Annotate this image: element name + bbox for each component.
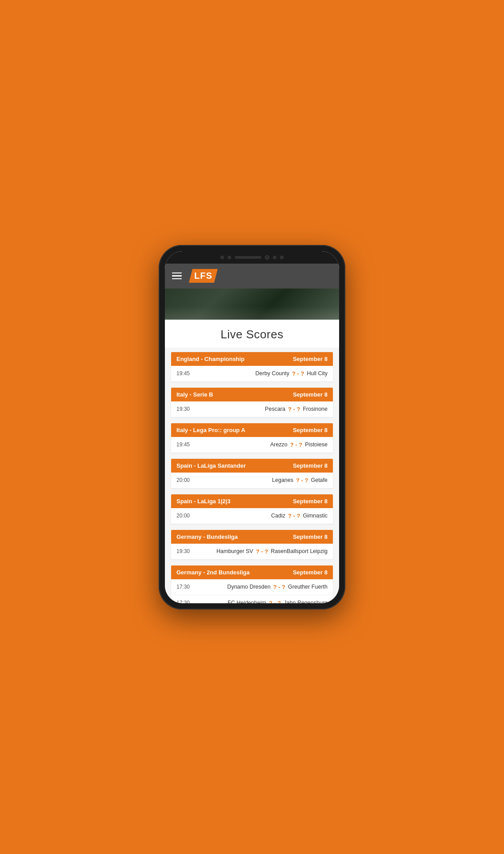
league-date-italy-lega-pro: September 8 [293, 427, 328, 433]
hero-banner [165, 289, 339, 320]
league-name-italy-lega-pro: Italy - Lega Pro:: group A [176, 427, 245, 433]
phone-screen: LFS Live Scores England - ChampionshipSe… [165, 251, 339, 603]
match-score-italy-serie-b-0: ? - ? [288, 406, 300, 413]
match-time-spain-laliga-santander-0: 20:00 [176, 477, 195, 483]
match-row-england-championship-0[interactable]: 19:45Derby County? - ?Hull City [171, 366, 333, 381]
speaker [235, 256, 261, 259]
match-time-germany-2nd-bundesliga-1: 17:30 [176, 600, 195, 603]
content-scroll-area[interactable]: Live Scores England - ChampionshipSeptem… [165, 320, 339, 603]
match-time-germany-2nd-bundesliga-0: 17:30 [176, 584, 195, 590]
team-away-england-championship-0: Hull City [307, 370, 328, 377]
front-camera [265, 255, 269, 260]
league-name-spain-laliga-123: Spain - LaLiga 1|2|3 [176, 498, 230, 505]
match-teams-germany-2nd-bundesliga-0: Dynamo Dresden? - ?Greuther Fuerth [195, 584, 328, 590]
match-teams-germany-2nd-bundesliga-1: FC Heidenheim? - ?Jahn Regensburg [195, 600, 328, 603]
match-time-italy-serie-b-0: 19:30 [176, 406, 195, 412]
team-away-spain-laliga-santander-0: Getafe [311, 477, 328, 483]
match-row-germany-bundesliga-0[interactable]: 19:30Hamburger SV? - ?RasenBallsport Lei… [171, 544, 333, 559]
match-row-spain-laliga-123-0[interactable]: 20:00Cadiz? - ?Gimnastic [171, 508, 333, 524]
match-teams-germany-bundesliga-0: Hamburger SV? - ?RasenBallsport Leipzig [195, 548, 328, 555]
team-away-italy-serie-b-0: Frosinone [303, 406, 328, 412]
match-score-germany-bundesliga-0: ? - ? [256, 548, 268, 555]
team-home-germany-2nd-bundesliga-0: Dynamo Dresden [227, 584, 270, 590]
league-date-germany-bundesliga: September 8 [293, 533, 328, 540]
match-time-italy-lega-pro-0: 19:45 [176, 441, 195, 448]
team-away-italy-lega-pro-0: Pistoiese [305, 441, 328, 448]
league-header-spain-laliga-santander[interactable]: Spain - LaLiga SantanderSeptember 8 [171, 459, 333, 473]
league-block-germany-2nd-bundesliga: Germany - 2nd BundesligaSeptember 817:30… [171, 565, 333, 603]
league-date-italy-serie-b: September 8 [293, 391, 328, 398]
match-time-england-championship-0: 19:45 [176, 370, 195, 377]
league-name-germany-bundesliga: Germany - Bundesliga [176, 533, 238, 540]
hamburger-menu-button[interactable] [172, 273, 182, 280]
team-home-germany-2nd-bundesliga-1: FC Heidenheim [228, 600, 266, 603]
phone-notch [165, 251, 339, 264]
league-name-germany-2nd-bundesliga: Germany - 2nd Bundesliga [176, 569, 250, 576]
hamburger-line-1 [172, 273, 182, 274]
league-date-germany-2nd-bundesliga: September 8 [293, 569, 328, 576]
match-row-germany-2nd-bundesliga-0[interactable]: 17:30Dynamo Dresden? - ?Greuther Fuerth [171, 579, 333, 595]
league-header-england-championship[interactable]: England - ChampionshipSeptember 8 [171, 352, 333, 366]
app-logo: LFS [189, 269, 218, 283]
league-header-italy-lega-pro[interactable]: Italy - Lega Pro:: group ASeptember 8 [171, 423, 333, 437]
team-away-germany-bundesliga-0: RasenBallsport Leipzig [271, 548, 328, 554]
league-name-italy-serie-b: Italy - Serie B [176, 391, 213, 398]
match-teams-spain-laliga-123-0: Cadiz? - ?Gimnastic [195, 513, 328, 519]
match-score-england-championship-0: ? - ? [292, 370, 304, 377]
notch-dot-right [280, 256, 284, 259]
app-header: LFS [165, 264, 339, 289]
team-home-italy-lega-pro-0: Arezzo [270, 441, 288, 448]
league-block-italy-lega-pro: Italy - Lega Pro:: group ASeptember 819:… [171, 423, 333, 453]
league-header-germany-bundesliga[interactable]: Germany - BundesligaSeptember 8 [171, 530, 333, 544]
league-name-spain-laliga-santander: Spain - LaLiga Santander [176, 462, 246, 469]
match-score-germany-2nd-bundesliga-1: ? - ? [269, 600, 281, 603]
team-away-germany-2nd-bundesliga-0: Greuther Fuerth [288, 584, 328, 590]
match-score-spain-laliga-123-0: ? - ? [288, 513, 300, 519]
league-name-england-championship: England - Championship [176, 356, 244, 362]
league-date-england-championship: September 8 [293, 356, 328, 362]
team-home-spain-laliga-santander-0: Leganes [272, 477, 293, 483]
league-header-spain-laliga-123[interactable]: Spain - LaLiga 1|2|3September 8 [171, 494, 333, 508]
league-block-england-championship: England - ChampionshipSeptember 819:45De… [171, 352, 333, 381]
page-title-section: Live Scores [165, 320, 339, 348]
match-row-italy-lega-pro-0[interactable]: 19:45Arezzo? - ?Pistoiese [171, 437, 333, 453]
league-date-spain-laliga-123: September 8 [293, 498, 328, 505]
league-block-germany-bundesliga: Germany - BundesligaSeptember 819:30Hamb… [171, 530, 333, 559]
team-home-england-championship-0: Derby County [256, 370, 289, 377]
hamburger-line-3 [172, 278, 182, 280]
league-header-italy-serie-b[interactable]: Italy - Serie BSeptember 8 [171, 388, 333, 401]
league-header-germany-2nd-bundesliga[interactable]: Germany - 2nd BundesligaSeptember 8 [171, 565, 333, 579]
match-row-italy-serie-b-0[interactable]: 19:30Pescara? - ?Frosinone [171, 401, 333, 417]
match-score-germany-2nd-bundesliga-0: ? - ? [273, 584, 285, 590]
team-away-spain-laliga-123-0: Gimnastic [303, 513, 328, 519]
match-teams-italy-lega-pro-0: Arezzo? - ?Pistoiese [195, 441, 328, 448]
logo-text: LFS [194, 271, 212, 281]
page-title: Live Scores [165, 328, 339, 341]
hamburger-line-2 [172, 275, 182, 277]
team-home-italy-serie-b-0: Pescara [265, 406, 285, 412]
league-block-spain-laliga-123: Spain - LaLiga 1|2|3September 820:00Cadi… [171, 494, 333, 524]
team-home-germany-bundesliga-0: Hamburger SV [216, 548, 253, 554]
team-home-spain-laliga-123-0: Cadiz [271, 513, 285, 519]
leagues-list: England - ChampionshipSeptember 819:45De… [165, 348, 339, 603]
match-row-germany-2nd-bundesliga-1[interactable]: 17:30FC Heidenheim? - ?Jahn Regensburg [171, 595, 333, 603]
match-teams-england-championship-0: Derby County? - ?Hull City [195, 370, 328, 377]
phone-frame: LFS Live Scores England - ChampionshipSe… [159, 245, 345, 609]
league-block-italy-serie-b: Italy - Serie BSeptember 819:30Pescara? … [171, 388, 333, 417]
league-date-spain-laliga-santander: September 8 [293, 462, 328, 469]
match-score-spain-laliga-santander-0: ? - ? [296, 477, 308, 484]
match-teams-italy-serie-b-0: Pescara? - ?Frosinone [195, 406, 328, 413]
league-block-spain-laliga-santander: Spain - LaLiga SantanderSeptember 820:00… [171, 459, 333, 488]
match-score-italy-lega-pro-0: ? - ? [290, 441, 302, 448]
match-teams-spain-laliga-santander-0: Leganes? - ?Getafe [195, 477, 328, 484]
notch-dot-2 [228, 256, 231, 259]
match-time-germany-bundesliga-0: 19:30 [176, 548, 195, 554]
notch-dot-3 [273, 256, 276, 259]
team-away-germany-2nd-bundesliga-1: Jahn Regensburg [284, 600, 328, 603]
match-row-spain-laliga-santander-0[interactable]: 20:00Leganes? - ?Getafe [171, 473, 333, 488]
notch-dot-left [220, 256, 224, 259]
match-time-spain-laliga-123-0: 20:00 [176, 513, 195, 519]
